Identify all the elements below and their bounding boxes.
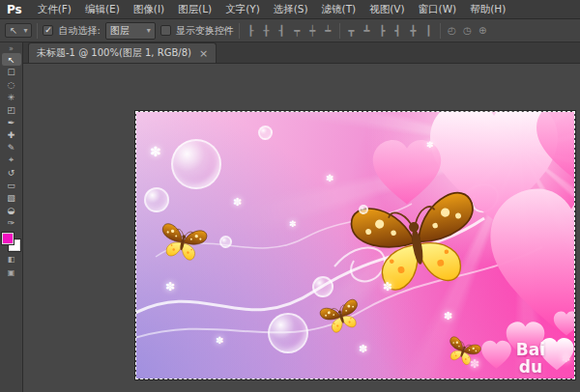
foreground-color-swatch[interactable] [2,233,14,244]
menu-type[interactable]: 文字(Y) [218,3,267,16]
align-bottom-edges-button[interactable]: ┷ [322,23,334,38]
menu-image[interactable]: 图像(I) [127,3,171,16]
eraser-tool[interactable]: ▭ [2,179,21,191]
photoshop-window: Ps 文件(F) 编辑(E) 图像(I) 图层(L) 文字(Y) 选择(S) 滤… [0,0,580,392]
blur-tool[interactable]: ◒ [2,204,21,216]
menu-filter[interactable]: 滤镜(T) [315,3,363,16]
screen-mode-button[interactable]: ▣ [2,267,21,278]
move-tool-icon: ↖ [10,25,17,36]
rectangular-marquee-tool[interactable]: ☐ [2,66,21,78]
distribute-bottom-button[interactable]: ┣ [376,23,389,38]
separator [339,23,340,39]
separator [440,23,441,39]
distribute-top-button[interactable]: ┳ [345,23,358,38]
separator [37,23,38,39]
selection-marching-ants[interactable]: ✽ ✽ ✽ ✽ ✽ ✽ ✽ ✽ ✽ ✽ ✽ ✽ Bai [135,111,575,379]
sparkle-flower-icon: ✽ [233,197,242,208]
lasso-tool[interactable]: ◌ [2,78,21,91]
bubble [171,139,221,189]
distribute-left-button[interactable]: ┫ [392,23,404,38]
show-transform-label: 显示变换控件 [176,24,234,38]
drag-3d-button[interactable]: ⊕ [477,23,489,38]
distribute-buttons: ┳ ┻ ┣ ┫ ╋ ┃ [345,23,435,38]
clone-stamp-tool[interactable]: ⌖ [2,154,21,166]
auto-select-label: 自动选择: [58,24,100,38]
menu-bar: Ps 文件(F) 编辑(E) 图像(I) 图层(L) 文字(Y) 选择(S) 滤… [0,0,580,19]
auto-select-target-value: 图层 [110,24,130,38]
document-tab-title: 未标题-1 @ 100%(图层 1, RGB/8) [37,46,191,60]
healing-brush-tool[interactable]: ✚ [2,128,21,141]
sparkle-flower-icon: ✽ [326,174,334,183]
mode-buttons: ◴ ◷ ⊕ [446,23,489,38]
menu-file[interactable]: 文件(F) [31,3,78,16]
crop-tool[interactable]: ◰ [2,103,21,116]
separator [239,23,240,39]
workspace: » ↖ ☐ ◌ ✳ ◰ ✒ ✚ ✎ ⌖ ↺ ▭ ▧ ◒ ✑ ◧ ▣ [0,42,580,392]
menu-help[interactable]: 帮助(H) [463,3,512,16]
document-area: 未标题-1 @ 100%(图层 1, RGB/8) × [23,42,580,392]
document-tab-bar: 未标题-1 @ 100%(图层 1, RGB/8) × [23,42,580,64]
color-swatches [2,233,20,251]
distribute-vertical-button[interactable]: ┻ [361,23,373,38]
auto-select-checkbox[interactable]: ✓ [43,25,53,36]
sparkle-flower-icon: ✽ [383,281,392,293]
document-tab[interactable]: 未标题-1 @ 100%(图层 1, RGB/8) × [28,42,217,63]
distribute-horizontal-button[interactable]: ╋ [407,23,420,38]
sparkle-flower-icon: ✽ [444,311,452,322]
menu-edit[interactable]: 编辑(E) [78,3,127,16]
sparkle-flower-icon: ✽ [165,281,175,293]
align-vertical-centers-button[interactable]: ┿ [306,23,319,38]
history-brush-tool[interactable]: ↺ [2,166,21,179]
sparkle-flower-icon: ✽ [289,220,297,229]
options-bar: ↖ ▾ ✓ 自动选择: 图层 ▾ 显示变换控件 ┠ ╂ ┨ ┯ ┿ ┷ ┳ ┻ … [0,19,580,42]
watermark-line: du [516,359,545,377]
bubble [359,205,368,214]
sparkle-flower-icon: ✽ [150,145,161,158]
bubble [268,313,308,353]
sparkle-flower-icon: ✽ [216,336,223,346]
align-left-edges-button[interactable]: ┠ [245,23,257,38]
quick-selection-tool[interactable]: ✳ [2,91,21,103]
pen-tool[interactable]: ✑ [2,216,21,229]
sparkle-flower-icon: ✽ [470,358,479,370]
document-image[interactable]: ✽ ✽ ✽ ✽ ✽ ✽ ✽ ✽ ✽ ✽ ✽ ✽ Bai [136,112,574,378]
align-top-edges-button[interactable]: ┯ [291,23,304,38]
rotate-3d-button[interactable]: ◴ [446,23,458,38]
menu-window[interactable]: 窗口(W) [412,3,464,16]
menu-layer[interactable]: 图层(L) [171,3,218,16]
baidu-watermark: Bai du [516,342,545,377]
distribute-right-button[interactable]: ┃ [422,23,435,38]
close-icon[interactable]: × [199,48,208,59]
brush-tool[interactable]: ✎ [2,141,21,154]
bubble [144,187,169,212]
bubble [219,236,232,248]
ps-logo: Ps [0,3,31,16]
align-right-edges-button[interactable]: ┨ [276,23,288,38]
show-transform-checkbox[interactable] [160,25,171,36]
canvas-area[interactable]: ✽ ✽ ✽ ✽ ✽ ✽ ✽ ✽ ✽ ✽ ✽ ✽ Bai [23,64,580,392]
sparkle-flower-icon: ✽ [562,353,570,364]
tools-panel: » ↖ ☐ ◌ ✳ ◰ ✒ ✚ ✎ ⌖ ↺ ▭ ▧ ◒ ✑ ◧ ▣ [0,42,23,392]
eyedropper-tool[interactable]: ✒ [2,116,21,128]
tools-collapse-button[interactable]: » [9,44,14,53]
bubble [312,276,334,297]
menu-select[interactable]: 选择(S) [267,3,315,16]
align-horizontal-centers-button[interactable]: ╂ [260,23,273,38]
tool-preset-picker[interactable]: ↖ ▾ [5,23,32,38]
menu-view[interactable]: 视图(V) [362,3,411,16]
quick-mask-button[interactable]: ◧ [2,254,21,265]
roll-3d-button[interactable]: ◷ [461,23,474,38]
chevron-down-icon: ▾ [23,26,27,35]
sparkle-flower-icon: ✽ [359,344,367,354]
align-buttons: ┠ ╂ ┨ ┯ ┿ ┷ [245,23,334,38]
sparkle-flower-icon: ✽ [426,141,434,150]
bubble [258,126,273,140]
chevron-down-icon: ▾ [147,26,151,35]
gradient-tool[interactable]: ▧ [2,191,21,204]
move-tool[interactable]: ↖ [2,53,21,66]
auto-select-target-dropdown[interactable]: 图层 ▾ [105,22,156,40]
